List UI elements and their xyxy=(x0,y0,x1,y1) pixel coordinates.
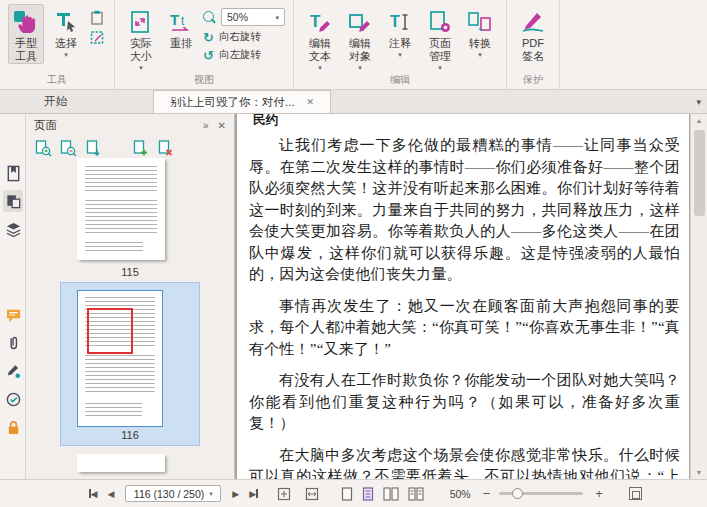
zoom-slider[interactable] xyxy=(499,492,583,495)
tab-start-label: 开始 xyxy=(44,94,67,109)
signature-panel-button[interactable] xyxy=(3,360,23,382)
paragraph-4: 在大脑中多次考虑这个场景会使你感觉非常快乐。什么时候可以真的这样做？不需要低着头… xyxy=(249,445,680,480)
rotate-left-button[interactable]: ↺ 向左旋转 xyxy=(203,48,285,62)
attachments-panel-icon xyxy=(5,335,22,352)
paragraph-3: 有没有人在工作时欺负你？你能发动一个团队对她大笑吗？你能看到他们重复这种行为吗？… xyxy=(249,370,680,435)
document-content: 民约 让我们考虑一下多伦做的最糟糕的事情——让同事当众受辱。在第二次发生这样的事… xyxy=(237,114,689,479)
reduce-thumbnail-icon[interactable] xyxy=(59,139,77,157)
zoom-level-combobox[interactable]: 50% ▾ xyxy=(221,8,285,26)
fit-screen-button[interactable] xyxy=(629,487,642,500)
extract-page-icon[interactable] xyxy=(84,139,102,157)
svg-text:t: t xyxy=(181,14,185,28)
ribbon-group-tools: 手型 工具 选择 ▾ xyxy=(0,0,115,89)
navigation-panel-strip xyxy=(0,114,26,479)
comment-button[interactable]: T 注释 ▾ xyxy=(382,4,418,60)
main-area: 页面 » ✕ xyxy=(0,114,707,479)
rotate-left-icon: ↺ xyxy=(203,49,214,62)
enlarge-thumbnail-icon[interactable] xyxy=(34,139,52,157)
layers-panel-icon xyxy=(5,221,22,238)
edit-text-button[interactable]: T 编辑 文本 ▾ xyxy=(302,4,338,73)
snapshot-icon[interactable] xyxy=(88,29,106,45)
page-manage-button[interactable]: 页面 管理 ▾ xyxy=(422,4,458,73)
tab-overflow-dropdown-icon[interactable]: ▾ xyxy=(696,97,701,107)
next-page-button[interactable]: ▶ xyxy=(227,489,244,499)
svg-text:T: T xyxy=(310,12,321,31)
vertical-scrollbar[interactable]: ▲ ▼ xyxy=(690,114,707,479)
facing-view-button[interactable] xyxy=(383,487,399,501)
actual-size-button[interactable]: 实际 大小 ▾ xyxy=(123,4,159,73)
attachments-panel-button[interactable] xyxy=(3,332,23,354)
continuous-facing-view-button[interactable] xyxy=(408,487,424,501)
tab-close-icon[interactable]: ✕ xyxy=(307,97,315,107)
rotate-right-label: 向右旋转 xyxy=(219,30,261,44)
verify-panel-button[interactable] xyxy=(3,388,23,410)
previous-page-button[interactable]: ◀ xyxy=(102,489,119,499)
rotate-left-label: 向左旋转 xyxy=(219,48,261,62)
zoom-slider-knob[interactable] xyxy=(512,488,523,499)
edit-object-label-2: 对象 xyxy=(349,50,371,63)
edit-object-label-1: 编辑 xyxy=(349,37,371,50)
pages-panel-button[interactable] xyxy=(3,190,23,212)
paragraph-2: 事情再次发生了：她又一次在顾客面前大声抱怨同事的要求，每个人都冲着她大笑：“你真… xyxy=(249,296,680,361)
paragraph-1: 让我们考虑一下多伦做的最糟糕的事情——让同事当众受辱。在第二次发生这样的事情时—… xyxy=(249,135,680,286)
view-mode-buttons xyxy=(341,487,424,501)
first-page-icon: ◀ xyxy=(91,489,98,499)
zoom-dropdown-icon: ▾ xyxy=(275,13,279,22)
zoom-rotate-stack: 50% ▾ ↻ 向右旋转 ↺ 向左旋转 xyxy=(203,8,285,62)
thumbnail-page-115[interactable] xyxy=(77,158,165,260)
tab-start[interactable]: 开始 xyxy=(28,90,83,113)
clipboard-icon[interactable] xyxy=(88,9,106,25)
edit-object-icon xyxy=(347,7,373,37)
reflow-button[interactable]: Tt 重排 xyxy=(163,4,199,51)
zoom-magnifier-icon[interactable] xyxy=(203,11,216,24)
zoom-out-button[interactable]: − xyxy=(483,487,491,500)
select-tool-button[interactable]: 选择 ▾ xyxy=(48,4,84,60)
zoom-in-button[interactable]: + xyxy=(595,487,603,500)
security-panel-button[interactable] xyxy=(3,416,23,438)
fit-page-icon[interactable] xyxy=(277,487,291,501)
select-tool-label: 选择 xyxy=(55,37,77,50)
first-page-button[interactable]: ◀ xyxy=(84,489,102,499)
page-manage-label-1: 页面 xyxy=(429,37,451,50)
edit-object-button[interactable]: 编辑 对象 ▾ xyxy=(342,4,378,73)
clipboard-column xyxy=(88,9,106,45)
convert-icon xyxy=(467,7,493,37)
bookmarks-panel-button[interactable] xyxy=(3,162,23,184)
insert-page-icon[interactable] xyxy=(131,139,149,157)
fit-width-icon[interactable] xyxy=(305,487,319,501)
page-number-input[interactable]: 116 (130 / 250) ▾ xyxy=(125,485,221,502)
tools-group-label: 工具 xyxy=(0,73,114,87)
ribbon-group-view: 实际 大小 ▾ Tt 重排 50% ▾ xyxy=(115,0,294,89)
scroll-up-icon[interactable]: ▲ xyxy=(691,117,707,124)
pages-panel: 页面 » ✕ xyxy=(26,114,235,479)
thumbnail-selection-116: 116 xyxy=(60,282,200,446)
comment-dropdown-icon: ▾ xyxy=(398,50,402,59)
delete-page-icon[interactable] xyxy=(156,139,174,157)
last-page-button[interactable]: ▶ xyxy=(244,489,262,499)
actual-size-icon xyxy=(128,7,154,37)
reflow-icon: Tt xyxy=(168,7,194,37)
panel-collapse-icon[interactable]: » xyxy=(203,120,209,131)
document-tab-bar: 开始 别让上司毁了你：对付... ✕ ▾ xyxy=(0,90,707,114)
current-view-indicator[interactable] xyxy=(87,308,133,354)
rotate-right-button[interactable]: ↻ 向右旋转 xyxy=(203,30,285,44)
thumbnail-page-116[interactable] xyxy=(77,290,163,427)
page-number-value: 116 (130 / 250) xyxy=(134,488,204,500)
scrollbar-thumb[interactable] xyxy=(694,130,705,216)
pdf-sign-button[interactable]: PDF 签名 xyxy=(515,4,551,64)
thumbnail-page-117[interactable] xyxy=(77,454,165,472)
bookmarks-panel-icon xyxy=(5,165,22,182)
layers-panel-button[interactable] xyxy=(3,218,23,240)
hand-tool-label-1: 手型 xyxy=(15,37,37,50)
continuous-view-button[interactable] xyxy=(362,487,374,501)
comments-panel-button[interactable] xyxy=(3,304,23,326)
ribbon-group-protect: PDF 签名 保护 xyxy=(507,0,560,89)
rotate-right-icon: ↻ xyxy=(203,31,214,44)
single-page-view-button[interactable] xyxy=(341,487,353,501)
convert-button[interactable]: 转换 ▾ xyxy=(462,4,498,60)
scroll-down-icon[interactable]: ▼ xyxy=(691,469,707,476)
document-view-area: 民约 让我们考虑一下多伦做的最糟糕的事情——让同事当众受辱。在第二次发生这样的事… xyxy=(235,114,690,479)
tab-document[interactable]: 别让上司毁了你：对付... ✕ xyxy=(153,90,331,113)
hand-tool-button[interactable]: 手型 工具 xyxy=(8,4,44,64)
panel-close-icon[interactable]: ✕ xyxy=(218,120,226,131)
